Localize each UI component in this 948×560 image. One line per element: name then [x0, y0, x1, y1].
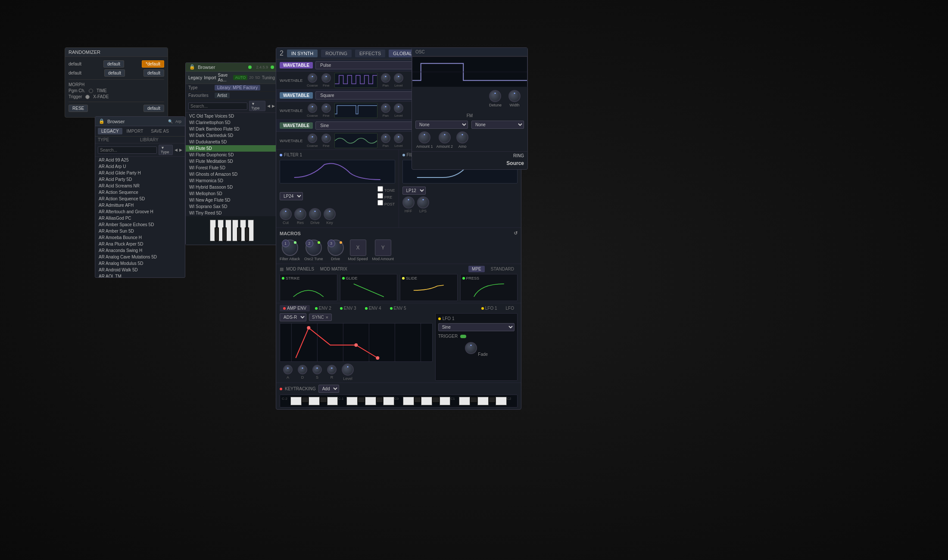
osc2-level-knob[interactable]: [394, 103, 403, 113]
search-input-left[interactable]: [98, 146, 157, 154]
osc2-fine-knob[interactable]: [321, 103, 331, 113]
rand-reset-btn[interactable]: RESE: [69, 105, 88, 112]
mid-list-item[interactable]: WI Hybrid Bassoon 5D: [186, 184, 278, 190]
mid-list-item[interactable]: WI Dark Clarineduk 5D: [186, 132, 278, 139]
lfo-shape-select[interactable]: Sine: [438, 323, 515, 331]
piano-key-black[interactable]: [245, 227, 249, 241]
rand-default-btn4[interactable]: default: [143, 105, 164, 112]
mid-list-item[interactable]: WI Harmonica 5D: [186, 177, 278, 184]
env-d-knob[interactable]: [298, 365, 307, 374]
mid-list-item[interactable]: WI Ghosts of Amazon 5D: [186, 171, 278, 177]
osc1-level-knob[interactable]: [394, 73, 403, 83]
filter-1-cut-knob[interactable]: [280, 208, 292, 220]
list-item[interactable]: AR Acid Glide Party H: [95, 170, 185, 176]
macro-1-knob[interactable]: 1: [282, 240, 298, 256]
nav-left-icon[interactable]: ◀: [175, 148, 178, 152]
fm-amount2-knob[interactable]: [439, 131, 451, 143]
rand-default-btn[interactable]: default: [103, 60, 124, 68]
tone-pre-check[interactable]: [377, 186, 383, 192]
rand-default-btn2[interactable]: default: [104, 69, 125, 77]
nav-synth-btn[interactable]: IN SYNTH: [287, 50, 318, 57]
macro-3-knob[interactable]: 3: [327, 240, 344, 256]
mid-list-item[interactable]: WI Dudukanetta 5D: [186, 139, 278, 145]
mid-list-item[interactable]: WI Soprano Sax 5D: [186, 203, 278, 210]
tab-save-as[interactable]: SAVE AS: [147, 128, 172, 134]
macro-y-btn[interactable]: Y: [375, 240, 391, 256]
macro-2-knob[interactable]: 2: [306, 240, 322, 256]
mid-list-item[interactable]: VC Old Tape Voices 5D: [186, 113, 278, 119]
lfo-label-tab[interactable]: LFO: [502, 305, 518, 311]
osc3-level-knob[interactable]: [394, 134, 403, 143]
piano-key-black[interactable]: [222, 227, 227, 241]
list-item[interactable]: AR Admitture AFH: [95, 202, 185, 208]
fm-source-1[interactable]: None: [415, 121, 468, 129]
mid-tab-save-as[interactable]: Save As...: [218, 73, 232, 82]
list-item[interactable]: AR Amoeba Bounce H: [95, 234, 185, 241]
filter-1-drive-knob[interactable]: [309, 208, 321, 220]
env-s-knob[interactable]: [312, 365, 322, 374]
list-item[interactable]: AR Android Walk 5D: [95, 267, 185, 273]
list-item[interactable]: AR Acid Screams NR: [95, 183, 185, 189]
amp-env-tab[interactable]: AMP ENV: [280, 305, 310, 311]
env-a-knob[interactable]: [283, 365, 293, 374]
keytrack-mode[interactable]: Add: [318, 385, 339, 393]
mid-list-item-selected[interactable]: WI Flute 5D: [186, 145, 278, 152]
trigger-toggle[interactable]: [460, 335, 466, 338]
osc2-coarse-knob[interactable]: [308, 103, 317, 113]
env-r-knob[interactable]: [327, 365, 337, 374]
fm-amount1-knob[interactable]: [418, 131, 430, 143]
mid-list-item[interactable]: WI Flute Meditation 5D: [186, 158, 278, 165]
filter-1-key-knob[interactable]: [324, 208, 336, 220]
mid-list-item[interactable]: WI Clarinettophon 5D: [186, 119, 278, 126]
mid-type-filter[interactable]: ▼ Type: [249, 101, 265, 111]
nav-routing-btn[interactable]: ROUTING: [321, 50, 352, 57]
fm-source-2[interactable]: None: [471, 121, 524, 129]
mid-list-item[interactable]: WI Dark Bamboo Flute 5D: [186, 126, 278, 132]
mid-list-item[interactable]: WI Forest Flute 5D: [186, 165, 278, 171]
osc2-pan-knob[interactable]: [381, 103, 390, 113]
list-item[interactable]: AR Acid Party 5D: [95, 176, 185, 183]
list-item[interactable]: AR Amber Space Echoes 5D: [95, 221, 185, 228]
list-item[interactable]: AR AOL TM.: [95, 273, 185, 277]
list-item[interactable]: AR Analog Cave Mutations 5D: [95, 254, 185, 260]
mpe-tab[interactable]: MPE: [468, 266, 485, 272]
filter-1-res-knob[interactable]: [294, 208, 306, 220]
mid-nav-left[interactable]: ◀: [267, 104, 270, 108]
rand-default-btn3[interactable]: default: [143, 69, 164, 77]
osc1-fine-knob[interactable]: [321, 73, 331, 83]
list-item[interactable]: AR Amber Sun 5D: [95, 228, 185, 234]
filter-2-type[interactable]: LP12: [402, 187, 426, 195]
list-item[interactable]: AR Anaconda Swing H: [95, 247, 185, 254]
list-item[interactable]: AR Action Sequence: [95, 189, 185, 196]
filter-2-lps-knob[interactable]: [417, 196, 429, 208]
list-item[interactable]: AR Aftertouch and Groove H: [95, 208, 185, 215]
nav-right-icon[interactable]: ▶: [179, 148, 182, 152]
type-filter-left[interactable]: ▼ Type: [159, 145, 173, 155]
mid-list-item[interactable]: WI Tiny Reed 5D: [186, 210, 278, 216]
osc3-coarse-knob[interactable]: [308, 134, 317, 143]
mid-tab-legacy[interactable]: Legacy: [188, 75, 202, 80]
mid-list-item[interactable]: WI New Age Flute 5D: [186, 197, 278, 203]
standard-tab[interactable]: STANDARD: [487, 266, 518, 272]
tone-post-radio[interactable]: [377, 200, 383, 205]
rand-radio-time[interactable]: [89, 89, 93, 93]
mid-list-item[interactable]: WI Mellophon 5D: [186, 190, 278, 197]
piano-key-black[interactable]: [237, 227, 241, 241]
mod-matrix-label[interactable]: MOD MATRIX: [320, 267, 347, 271]
filter-1-type[interactable]: LP24: [280, 192, 303, 200]
fm-amount3-knob[interactable]: [456, 131, 468, 143]
env-level-knob[interactable]: [342, 364, 354, 376]
list-item[interactable]: AR AlliasGod PC: [95, 215, 185, 221]
macro-xy-btn[interactable]: X: [350, 240, 366, 256]
list-item[interactable]: AR Acid 99 A25: [95, 157, 185, 163]
lfo-fade-knob[interactable]: [465, 342, 477, 354]
env5-tab[interactable]: ENV 5: [387, 305, 410, 311]
piano-key-black[interactable]: [215, 227, 219, 241]
mid-list-item[interactable]: WI Flute Duophonic 5D: [186, 152, 278, 158]
mid-search-input[interactable]: [188, 103, 247, 110]
osc1-pan-knob[interactable]: [381, 73, 390, 83]
macros-refresh-icon[interactable]: ↺: [514, 230, 518, 236]
filter-2-hff-knob[interactable]: [402, 196, 415, 208]
osc1-coarse-knob[interactable]: [308, 73, 317, 83]
rand-radio-xfade[interactable]: [85, 95, 90, 99]
